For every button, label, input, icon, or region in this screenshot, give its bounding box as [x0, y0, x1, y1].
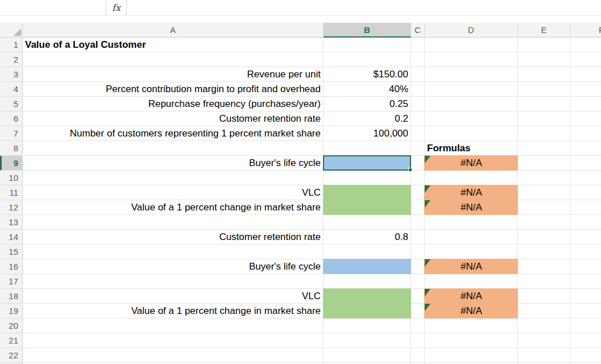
cell-A7[interactable]: Number of customers representing 1 perce… — [23, 126, 324, 141]
row-header-16[interactable]: 16 — [0, 259, 23, 274]
cell-D3[interactable] — [425, 67, 518, 82]
cell-F1[interactable] — [570, 38, 601, 52]
cell-C10[interactable] — [411, 171, 425, 185]
cell-F20[interactable] — [570, 318, 601, 333]
cell-E6[interactable] — [518, 111, 570, 126]
cell-D4[interactable] — [425, 82, 518, 97]
cell-C21[interactable] — [411, 333, 425, 348]
cell-F10[interactable] — [570, 171, 601, 185]
cell-D14[interactable] — [425, 230, 518, 245]
row-header-18[interactable]: 18 — [0, 289, 23, 304]
cell-D6[interactable] — [425, 111, 518, 126]
cell-B8[interactable] — [324, 141, 411, 156]
row-header-12[interactable]: 12 — [0, 200, 23, 215]
cell-F7[interactable] — [570, 126, 601, 141]
cell-A20[interactable] — [23, 318, 324, 333]
cell-D7[interactable] — [425, 126, 518, 141]
cell-E7[interactable] — [518, 126, 570, 141]
cell-F9[interactable] — [570, 156, 601, 171]
cell-C9[interactable] — [411, 156, 425, 171]
cell-B5[interactable]: 0.25 — [324, 97, 411, 111]
cell-F5[interactable] — [570, 97, 601, 111]
cell-B9[interactable] — [324, 156, 411, 171]
cell-D8[interactable]: Formulas — [425, 141, 518, 156]
cell-B20[interactable] — [324, 318, 411, 333]
cell-B19[interactable] — [324, 304, 411, 318]
cell-D13[interactable] — [425, 215, 518, 230]
row-header-6[interactable]: 6 — [0, 111, 23, 126]
row-header-8[interactable]: 8 — [0, 141, 23, 156]
cell-F18[interactable] — [570, 289, 601, 304]
cell-E15[interactable] — [518, 245, 570, 259]
cell-D5[interactable] — [425, 97, 518, 111]
cell-A3[interactable]: Revenue per unit — [23, 67, 324, 82]
cell-E19[interactable] — [518, 304, 570, 318]
row-header-20[interactable]: 20 — [0, 318, 23, 333]
cell-C19[interactable] — [411, 304, 425, 318]
row-header-1[interactable]: 1 — [0, 38, 23, 52]
column-header-D[interactable]: D — [425, 23, 518, 38]
cell-F16[interactable] — [570, 259, 601, 274]
cell-B16[interactable] — [324, 259, 411, 274]
cell-A4[interactable]: Percent contribution margin to profit an… — [23, 82, 324, 97]
cell-E14[interactable] — [518, 230, 570, 245]
cell-A10[interactable] — [23, 171, 324, 185]
cell-E10[interactable] — [518, 171, 570, 185]
cell-A1[interactable]: Value of a Loyal Customer — [23, 38, 324, 52]
cell-F17[interactable] — [570, 274, 601, 289]
cell-A12[interactable]: Value of a 1 percent change in market sh… — [23, 200, 324, 215]
row-header-9[interactable]: 9 — [0, 156, 23, 171]
cell-A6[interactable]: Customer retention rate — [23, 111, 324, 126]
row-header-22[interactable]: 22 — [0, 348, 23, 363]
cell-C17[interactable] — [411, 274, 425, 289]
row-header-11[interactable]: 11 — [0, 185, 23, 200]
cell-F8[interactable] — [570, 141, 601, 156]
cell-B11[interactable] — [324, 185, 411, 200]
cell-A8[interactable] — [23, 141, 324, 156]
cell-F4[interactable] — [570, 82, 601, 97]
cell-D22[interactable] — [425, 348, 518, 363]
cell-C18[interactable] — [411, 289, 425, 304]
cell-F6[interactable] — [570, 111, 601, 126]
cell-D16[interactable] — [425, 259, 518, 274]
row-header-10[interactable]: 10 — [0, 171, 23, 185]
cell-D15[interactable] — [425, 245, 518, 259]
cell-E11[interactable] — [518, 185, 570, 200]
cell-B15[interactable] — [324, 245, 411, 259]
column-header-B[interactable]: B — [324, 23, 411, 38]
cell-B4[interactable]: 40% — [324, 82, 411, 97]
cell-C20[interactable] — [411, 318, 425, 333]
cell-A11[interactable]: VLC — [23, 185, 324, 200]
cell-A19[interactable]: Value of a 1 percent change in market sh… — [23, 304, 324, 318]
cell-D2[interactable] — [425, 52, 518, 67]
cell-A9[interactable]: Buyer's life cycle — [23, 156, 324, 171]
cell-A17[interactable] — [23, 274, 324, 289]
cell-A16[interactable]: Buyer's life cycle — [23, 259, 324, 274]
cell-B3[interactable]: $150.00 — [324, 67, 411, 82]
cell-D1[interactable] — [425, 38, 518, 52]
row-header-19[interactable]: 19 — [0, 304, 23, 318]
row-header-2[interactable]: 2 — [0, 52, 23, 67]
cell-F13[interactable] — [570, 215, 601, 230]
column-header-A[interactable]: A — [23, 23, 324, 38]
cell-D21[interactable] — [425, 333, 518, 348]
row-header-14[interactable]: 14 — [0, 230, 23, 245]
cell-D11[interactable] — [425, 185, 518, 200]
cell-C4[interactable] — [411, 82, 425, 97]
cell-B7[interactable]: 100,000 — [324, 126, 411, 141]
cell-F11[interactable] — [570, 185, 601, 200]
row-header-21[interactable]: 21 — [0, 333, 23, 348]
cell-D20[interactable] — [425, 318, 518, 333]
cell-A5[interactable]: Repurchase frequency (purchases/year) — [23, 97, 324, 111]
cell-D9[interactable] — [425, 156, 518, 171]
cell-B21[interactable] — [324, 333, 411, 348]
cell-A2[interactable] — [23, 52, 324, 67]
cell-E20[interactable] — [518, 318, 570, 333]
cell-D17[interactable] — [425, 274, 518, 289]
cell-E22[interactable] — [518, 348, 570, 363]
row-header-7[interactable]: 7 — [0, 126, 23, 141]
cell-B10[interactable] — [324, 171, 411, 185]
cell-B22[interactable] — [324, 348, 411, 363]
cell-E13[interactable] — [518, 215, 570, 230]
cell-C11[interactable] — [411, 185, 425, 200]
